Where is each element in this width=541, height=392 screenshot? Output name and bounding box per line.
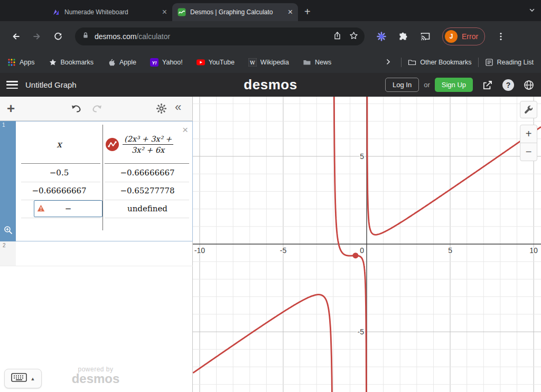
undo-button[interactable] — [70, 103, 83, 116]
reading-list-button[interactable]: Reading List — [485, 58, 534, 67]
bookmark-label: Apple — [119, 59, 136, 66]
desmos-watermark: powered by desmos — [57, 366, 134, 385]
expression-2-gutter[interactable]: 2 — [0, 241, 16, 266]
add-expression-button[interactable]: + — [7, 100, 15, 117]
tab-title: Desmos | Graphing Calculato — [190, 8, 285, 16]
collapse-panel-button[interactable]: « — [175, 100, 181, 114]
bookmarks-overflow-chevron-icon[interactable] — [384, 58, 393, 68]
fraction-numerator: (2x³ + 3x² + — [123, 135, 173, 145]
row-separator — [21, 218, 100, 218]
bookmark-label: Reading List — [497, 59, 534, 66]
axis-tick-label: -5 — [358, 328, 365, 336]
browser-toolbar: desmos.com/calculator J Error — [0, 21, 541, 52]
zoom-controls: + − — [520, 125, 537, 161]
axis-tick-label: -10 — [194, 246, 205, 255]
zoom-fit-icon[interactable] — [3, 225, 13, 237]
bookmark-youtube[interactable]: YouTube — [197, 58, 235, 67]
watermark-powered-by: powered by — [57, 366, 134, 373]
function-fraction: (2x³ + 3x² + 3x² + 6x — [123, 135, 173, 154]
folder-icon — [408, 58, 416, 67]
lock-icon[interactable] — [81, 31, 90, 42]
redo-button[interactable] — [90, 103, 103, 116]
expression-1[interactable]: 1 × x (2x³ + 3x² + 3x² — [0, 121, 193, 241]
url-bar[interactable]: desmos.com/calculator — [75, 27, 365, 45]
tab-close-icon[interactable]: × — [288, 8, 293, 16]
table-expression[interactable]: × x (2x³ + 3x² + 3x² + 6x −0. — [16, 121, 193, 241]
help-icon[interactable]: ? — [502, 79, 514, 91]
keyboard-caret-icon: ▲ — [31, 376, 35, 381]
share-graph-icon[interactable] — [482, 79, 493, 91]
language-globe-icon[interactable] — [523, 79, 535, 91]
extensions-puzzle-icon[interactable] — [398, 32, 408, 42]
bookmark-label: Yahoo! — [162, 59, 183, 66]
watermark-desmos: desmos — [57, 373, 134, 385]
plotted-point[interactable] — [352, 253, 358, 258]
bookmark-label: Other Bookmarks — [420, 59, 471, 66]
back-button[interactable] — [8, 29, 24, 44]
bookmark-label: News — [315, 59, 331, 66]
browser-menu-kebab-icon[interactable] — [497, 32, 505, 41]
axis-tick-label: -5 — [280, 246, 287, 255]
table-cell-y-2: −0.65277778 — [104, 182, 191, 200]
zoom-out-button[interactable]: − — [520, 143, 537, 161]
table-column-header-function[interactable]: (2x³ + 3x² + 3x² + 6x — [106, 126, 192, 163]
profile-error-button[interactable]: J Error — [442, 27, 485, 45]
main-menu-hamburger-icon[interactable] — [6, 81, 18, 89]
axis-tick-label: 0 — [360, 246, 364, 255]
graph-canvas[interactable]: -10-505105-5 — [193, 97, 541, 392]
expression-toolbar: + « — [0, 97, 192, 121]
table-cell-x-2[interactable]: −0.66666667 — [16, 182, 102, 200]
extension-app-icon[interactable] — [376, 31, 387, 42]
bookmark-star-icon[interactable] — [349, 31, 358, 42]
table-cell-y-3: undefined — [104, 200, 191, 218]
tab-desmos[interactable]: Desmos | Graphing Calculato × — [172, 3, 298, 21]
tab-close-icon[interactable]: × — [162, 8, 167, 16]
log-in-button[interactable]: Log In — [385, 78, 419, 92]
table-column-header-x[interactable]: x — [16, 127, 102, 162]
bookmarks-bar: Apps Bookmarks Apple Y! Yahoo! YouTube — [0, 52, 541, 73]
graph-area: -10-505105-5 + − — [193, 97, 541, 392]
graph-settings-wrench-button[interactable] — [520, 101, 537, 118]
star-icon — [49, 58, 57, 67]
reload-button[interactable] — [50, 29, 66, 44]
bookmark-bookmarks[interactable]: Bookmarks — [49, 58, 94, 67]
forward-button[interactable] — [29, 29, 45, 44]
new-tab-button[interactable]: + — [304, 6, 311, 17]
cast-icon[interactable] — [420, 31, 431, 42]
expression-panel: + « 1 — [0, 97, 193, 392]
graph-title[interactable]: Untitled Graph — [25, 80, 77, 89]
axis-tick-label: 5 — [360, 152, 364, 161]
graph-settings-gear-icon[interactable] — [156, 103, 167, 116]
expression-1-gutter[interactable]: 1 — [0, 121, 16, 241]
other-bookmarks-button[interactable]: Other Bookmarks — [408, 58, 471, 67]
tab-numerade[interactable]: Numerade Whiteboard × — [46, 3, 172, 21]
table-cell-x-3-selected[interactable]: − — [34, 200, 102, 217]
apple-logo-icon — [107, 58, 116, 67]
sign-up-button[interactable]: Sign Up — [435, 78, 473, 92]
svg-text:Y!: Y! — [152, 60, 157, 66]
bookmark-apple[interactable]: Apple — [107, 58, 136, 67]
tab-search-chevron-icon[interactable] — [528, 6, 536, 16]
yahoo-logo-icon: Y! — [150, 58, 158, 67]
wikipedia-logo-icon: W — [248, 58, 257, 67]
function-curve — [193, 295, 333, 392]
table-cell-y-1: −0.66666667 — [104, 164, 191, 182]
expression-2[interactable]: 2 — [0, 241, 193, 266]
bookmark-news-folder[interactable]: News — [303, 58, 331, 67]
table-cell-x-1[interactable]: −0.5 — [16, 164, 102, 182]
axis-tick-label: 5 — [448, 246, 452, 255]
zoom-in-button[interactable]: + — [520, 125, 537, 143]
bookmark-wikipedia[interactable]: W Wikipedia — [248, 58, 289, 67]
reading-list-icon — [485, 58, 493, 67]
desmos-favicon-icon — [178, 8, 186, 16]
expression-index: 1 — [2, 122, 5, 128]
bookmark-apps[interactable]: Apps — [7, 58, 35, 67]
bookmark-yahoo[interactable]: Y! Yahoo! — [150, 58, 183, 67]
keyboard-toggle-button[interactable]: ▲ — [4, 369, 42, 388]
point-style-icon[interactable] — [106, 138, 119, 151]
table-column-divider — [102, 125, 103, 230]
warning-icon[interactable] — [37, 204, 45, 214]
url-domain: desmos.com — [95, 32, 136, 41]
share-page-icon[interactable] — [333, 31, 342, 42]
tab-title: Numerade Whiteboard — [64, 8, 159, 16]
